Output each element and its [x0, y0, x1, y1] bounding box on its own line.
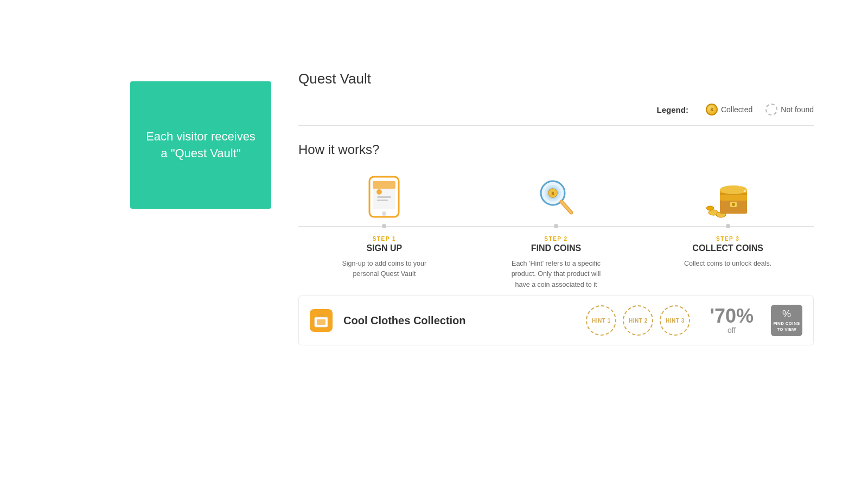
legend-bar: Legend: $ Collected Not found: [298, 104, 814, 126]
chest-icon: ✦ ✦: [705, 176, 751, 218]
svg-rect-5: [377, 196, 391, 198]
collected-coin-icon: $: [706, 104, 718, 115]
legend-not-found: Not found: [765, 104, 814, 115]
hint-badge-1[interactable]: HINT 1: [586, 305, 616, 336]
svg-text:$: $: [551, 191, 554, 196]
not-found-coin-icon: [765, 104, 777, 115]
step-2: $ STEP 2 FIND COINS Each 'Hint' refers t…: [470, 174, 642, 290]
svg-point-24: [732, 203, 735, 206]
steps-container: STEP 1 SIGN UP Sign-up to add coins to y…: [298, 174, 814, 290]
magnifier-icon: $: [534, 176, 578, 218]
collected-label: Collected: [721, 105, 752, 114]
svg-point-17: [706, 206, 714, 210]
svg-point-3: [382, 211, 386, 216]
hint-badges-container: HINT 1 HINT 2 HINT 3: [586, 305, 690, 336]
phone-icon: [367, 176, 401, 218]
step-3-description: Collect coins to unlock deals.: [684, 259, 771, 269]
product-bag-icon: [314, 313, 329, 328]
step-1-line: [298, 224, 470, 228]
discount-value: '70%: [710, 306, 754, 326]
step-3-icon-area: ✦ ✦: [705, 174, 751, 220]
step-1-title: SIGN UP: [366, 243, 402, 253]
svg-point-4: [376, 189, 382, 195]
svg-text:✦: ✦: [736, 181, 743, 189]
hint-badge-3[interactable]: HINT 3: [660, 305, 690, 336]
step-3-title: COLLECT COINS: [692, 243, 763, 253]
page-title: Quest Vault: [298, 70, 814, 87]
step-1-number: STEP 1: [373, 236, 396, 242]
main-content: Quest Vault Legend: $ Collected Not foun…: [271, 70, 868, 345]
step-2-number: STEP 2: [544, 236, 567, 242]
find-coins-box[interactable]: % FIND COINSTO VIEW: [771, 305, 802, 336]
legend-label: Legend:: [657, 105, 688, 114]
percent-icon: %: [782, 309, 791, 320]
deal-row[interactable]: Cool Clothes Collection HINT 1 HINT 2 HI…: [298, 296, 814, 345]
svg-rect-6: [377, 200, 388, 201]
step-2-line: [470, 224, 642, 228]
deal-name: Cool Clothes Collection: [343, 314, 575, 327]
step-1-description: Sign-up to add coins to your personal Qu…: [333, 259, 436, 280]
left-promo-panel: Each visitor receives a "Quest Vault": [130, 81, 271, 209]
step-1-icon-area: [367, 174, 401, 220]
legend-collected: $ Collected: [706, 104, 752, 115]
step-3-number: STEP 3: [716, 236, 739, 242]
left-panel-text: Each visitor receives a "Quest Vault": [141, 129, 260, 162]
find-coins-label: FIND COINSTO VIEW: [773, 321, 800, 332]
discount-off-label: off: [727, 326, 736, 335]
step-2-title: FIND COINS: [531, 243, 581, 253]
step-2-icon-area: $: [534, 174, 578, 220]
step-1: STEP 1 SIGN UP Sign-up to add coins to y…: [298, 174, 470, 280]
svg-rect-29: [317, 319, 326, 325]
hint-badge-2[interactable]: HINT 2: [623, 305, 653, 336]
not-found-label: Not found: [781, 105, 814, 114]
deal-discount: '70% off: [710, 306, 754, 335]
how-it-works-title: How it works?: [298, 142, 814, 157]
step-2-description: Each 'Hint' refers to a specific product…: [505, 259, 608, 290]
svg-line-14: [561, 202, 571, 213]
step-3: ✦ ✦ STEP 3 COLLECT COINS Collect coins t…: [642, 174, 814, 269]
deal-product-icon: [310, 309, 333, 332]
svg-rect-2: [373, 181, 395, 189]
svg-text:✦: ✦: [743, 188, 747, 194]
step-3-line: [642, 224, 814, 228]
